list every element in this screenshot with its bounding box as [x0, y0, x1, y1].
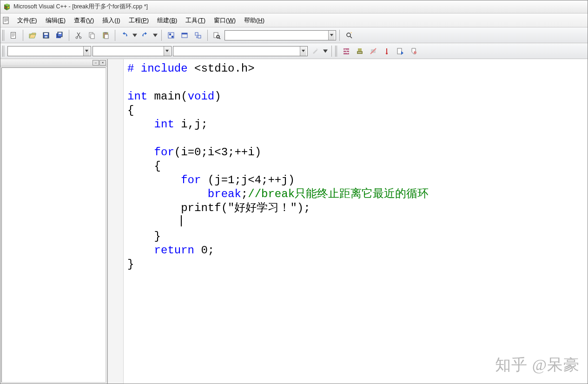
undo-button[interactable] [119, 29, 131, 41]
open-button[interactable] [26, 29, 39, 41]
separator [161, 30, 162, 41]
svg-point-10 [76, 37, 78, 39]
svg-rect-16 [105, 34, 108, 39]
chevron-down-icon[interactable] [164, 46, 170, 56]
svg-point-26 [347, 33, 350, 37]
toolbar-grip[interactable] [335, 46, 338, 57]
separator [339, 30, 340, 41]
workspace-button[interactable] [165, 29, 177, 41]
output-button[interactable] [178, 29, 191, 41]
menu-window[interactable]: 窗口(W) [210, 14, 239, 26]
paste-button[interactable] [99, 29, 112, 41]
undo-dropdown[interactable] [132, 29, 138, 41]
stop-build-button [367, 45, 379, 57]
workspace-panel: – × [0, 59, 108, 384]
save-all-button[interactable] [53, 29, 66, 41]
separator [115, 30, 115, 41]
toolbar-wizardbar [0, 43, 588, 59]
insert-breakpoint-button[interactable] [408, 45, 420, 57]
panel-minimize-button[interactable]: – [92, 60, 99, 66]
panel-close-button[interactable]: × [99, 60, 106, 66]
separator [207, 30, 208, 41]
svg-rect-18 [169, 33, 171, 35]
window-list-button[interactable] [192, 29, 204, 41]
separator [69, 30, 69, 41]
go-button[interactable] [394, 45, 406, 57]
chevron-down-icon[interactable] [328, 31, 335, 40]
toolbar-grip[interactable] [2, 46, 5, 57]
document-icon [2, 17, 10, 24]
menu-insert[interactable]: 插入(I) [99, 14, 124, 26]
panel-header: – × [0, 59, 107, 66]
menu-file[interactable]: 文件(F) [13, 14, 41, 26]
editor-gutter [108, 59, 124, 384]
separator [23, 30, 23, 41]
svg-point-33 [414, 51, 416, 54]
execute-button[interactable] [381, 45, 393, 57]
svg-rect-19 [172, 36, 173, 38]
menu-tools[interactable]: 工具(T) [182, 14, 209, 26]
find-combo[interactable] [225, 30, 336, 40]
toolbar-grip[interactable] [2, 30, 5, 41]
new-text-button[interactable] [7, 29, 20, 41]
svg-rect-9 [59, 33, 61, 34]
titlebar: Microsoft Visual C++ - [break用于多个for循环.c… [0, 0, 588, 13]
build-button[interactable] [354, 45, 366, 57]
code-editor[interactable]: # include <stdio.h> int main(void){ int … [124, 59, 588, 384]
copy-button[interactable] [86, 29, 98, 41]
workspace-tree[interactable] [1, 67, 106, 383]
chevron-down-icon[interactable] [300, 46, 306, 56]
main-area: – × # include <stdio.h> int main(void){ … [0, 59, 588, 384]
cut-button[interactable] [73, 29, 85, 41]
redo-dropdown[interactable] [152, 29, 158, 41]
svg-rect-15 [104, 32, 107, 33]
editor-container: # include <stdio.h> int main(void){ int … [108, 59, 588, 384]
compile-button[interactable] [340, 45, 352, 57]
save-button[interactable] [40, 29, 52, 41]
menu-help[interactable]: 帮助(H) [240, 14, 268, 26]
svg-rect-23 [198, 35, 201, 38]
menu-edit[interactable]: 编辑(E) [42, 14, 69, 26]
app-icon [3, 3, 11, 11]
svg-rect-28 [358, 48, 362, 51]
filter-combo[interactable] [92, 46, 172, 56]
menu-build[interactable]: 组建(B) [153, 14, 181, 26]
chevron-down-icon[interactable] [83, 46, 90, 56]
toolbar-standard [0, 27, 588, 43]
wizard-action-button [309, 45, 321, 57]
svg-point-1 [8, 7, 9, 8]
svg-rect-5 [44, 33, 48, 35]
svg-point-31 [386, 53, 388, 54]
svg-rect-32 [397, 48, 402, 54]
find-in-files-button[interactable] [211, 29, 223, 41]
separator [331, 46, 332, 57]
wizard-dropdown[interactable] [323, 45, 328, 57]
menu-project[interactable]: 工程(P) [125, 14, 152, 26]
member-combo[interactable] [173, 46, 308, 56]
class-combo[interactable] [7, 46, 91, 56]
svg-rect-21 [182, 33, 187, 34]
window-title: Microsoft Visual C++ - [break用于多个for循环.c… [13, 3, 148, 11]
svg-rect-13 [91, 34, 94, 39]
svg-point-11 [79, 37, 81, 39]
svg-rect-24 [214, 33, 218, 38]
menu-view[interactable]: 查看(V) [70, 14, 98, 26]
menubar: 文件(F) 编辑(E) 查看(V) 插入(I) 工程(P) 组建(B) 工具(T… [0, 13, 588, 27]
find-button[interactable] [343, 29, 355, 41]
svg-rect-22 [195, 33, 198, 35]
svg-rect-30 [386, 48, 387, 53]
svg-rect-6 [45, 36, 47, 38]
redo-button[interactable] [139, 29, 151, 41]
svg-point-0 [5, 7, 7, 8]
